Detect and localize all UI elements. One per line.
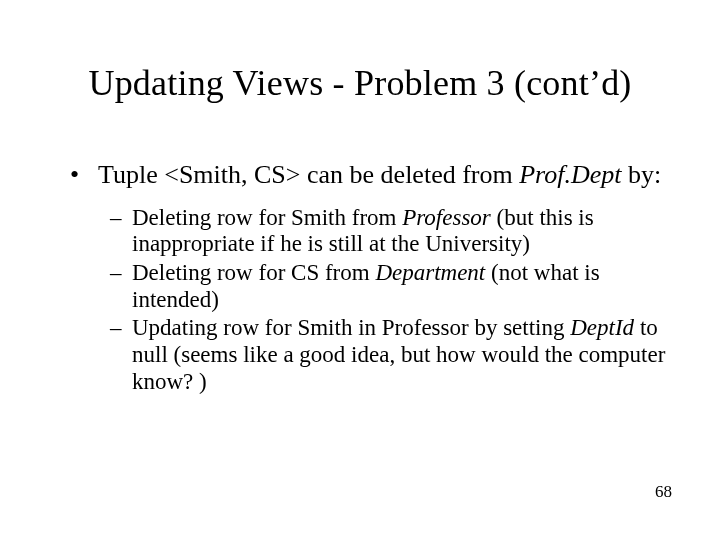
sub-marker: –: [110, 205, 132, 232]
page-number: 68: [655, 482, 672, 502]
sub-list: – Deleting row for Smith from Professor …: [110, 205, 670, 396]
slide-body: • Tuple <Smith, CS> can be deleted from …: [70, 160, 670, 397]
sub-marker: –: [110, 315, 132, 342]
slide: Updating Views - Problem 3 (cont’d) • Tu…: [0, 0, 720, 540]
sub-pre: Updating row for Smith in Professor by s…: [132, 315, 570, 340]
sub-text: Deleting row for Smith from Professor (b…: [132, 205, 670, 258]
sub-item: – Deleting row for CS from Department (n…: [110, 260, 670, 313]
bullet-marker: •: [70, 160, 98, 191]
slide-title: Updating Views - Problem 3 (cont’d): [0, 62, 720, 104]
bullet-post: by:: [622, 160, 662, 189]
sub-em: Professor: [402, 205, 491, 230]
sub-pre: Deleting row for Smith from: [132, 205, 402, 230]
sub-item: – Updating row for Smith in Professor by…: [110, 315, 670, 395]
bullet-pre: Tuple <Smith, CS> can be deleted from: [98, 160, 519, 189]
sub-text: Deleting row for CS from Department (not…: [132, 260, 670, 313]
sub-item: – Deleting row for Smith from Professor …: [110, 205, 670, 258]
sub-em: DeptId: [570, 315, 634, 340]
sub-text: Updating row for Smith in Professor by s…: [132, 315, 670, 395]
bullet-em: Prof.Dept: [519, 160, 621, 189]
sub-em: Department: [375, 260, 485, 285]
bullet-text: Tuple <Smith, CS> can be deleted from Pr…: [98, 160, 670, 191]
bullet-item: • Tuple <Smith, CS> can be deleted from …: [70, 160, 670, 191]
sub-marker: –: [110, 260, 132, 287]
sub-pre: Deleting row for CS from: [132, 260, 375, 285]
